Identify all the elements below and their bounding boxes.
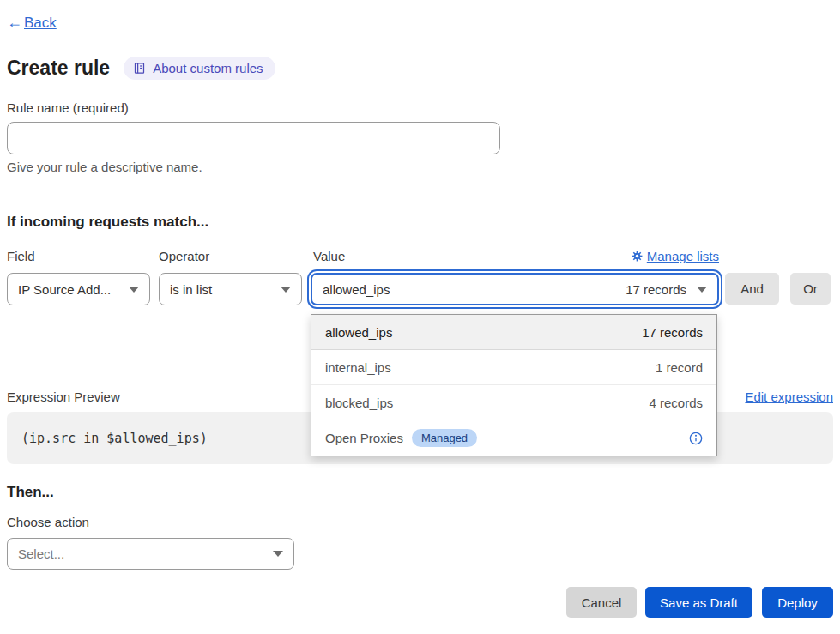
field-select-value: IP Source Add... xyxy=(18,282,111,297)
value-label: Value xyxy=(313,249,345,263)
edit-expression-link[interactable]: Edit expression xyxy=(745,389,833,404)
book-icon xyxy=(133,62,146,75)
dropdown-option-allowed-ips[interactable]: allowed_ips 17 records xyxy=(311,315,716,350)
or-button[interactable]: Or xyxy=(790,273,831,305)
action-select-placeholder: Select... xyxy=(18,546,64,561)
create-rule-page: ← Back Create rule About custom rules Ru… xyxy=(0,0,840,634)
value-select-value: allowed_ips xyxy=(323,282,390,297)
dropdown-option-internal-ips[interactable]: internal_ips 1 record xyxy=(311,350,716,385)
chevron-down-icon xyxy=(697,287,707,293)
deploy-button[interactable]: Deploy xyxy=(762,587,833,618)
title-row: Create rule About custom rules xyxy=(7,57,275,80)
value-select[interactable]: allowed_ips 17 records xyxy=(311,273,719,305)
operator-select-value: is in list xyxy=(170,282,212,297)
about-custom-rules-label: About custom rules xyxy=(153,61,263,75)
value-select-record-count: 17 records xyxy=(625,282,686,297)
option-name: blocked_ips xyxy=(325,395,393,410)
dropdown-option-blocked-ips[interactable]: blocked_ips 4 records xyxy=(311,385,716,420)
chevron-down-icon xyxy=(129,287,139,293)
option-record-count: 4 records xyxy=(649,395,703,410)
operator-select[interactable]: is in list xyxy=(159,273,302,305)
option-name: internal_ips xyxy=(325,360,391,375)
manage-lists-label: Manage lists xyxy=(647,249,719,263)
dropdown-option-open-proxies[interactable]: Open Proxies Managed xyxy=(311,420,716,456)
match-section-heading: If incoming requests match... xyxy=(7,214,208,231)
operator-label: Operator xyxy=(159,249,209,263)
back-arrow-icon: ← xyxy=(7,14,22,32)
save-as-draft-button[interactable]: Save as Draft xyxy=(645,587,752,618)
choose-action-label: Choose action xyxy=(7,515,89,529)
manage-lists-link[interactable]: Manage lists xyxy=(626,249,719,263)
then-section-heading: Then... xyxy=(7,484,54,501)
field-label: Field xyxy=(7,249,35,263)
rule-name-label: Rule name (required) xyxy=(7,100,129,115)
info-icon[interactable] xyxy=(689,432,703,445)
expression-code: (ip.src in $allowed_ips) xyxy=(21,431,208,446)
page-title: Create rule xyxy=(7,57,110,80)
option-record-count: 17 records xyxy=(642,325,703,340)
back-link[interactable]: ← Back xyxy=(7,14,57,32)
back-link-label: Back xyxy=(24,15,57,32)
field-select[interactable]: IP Source Add... xyxy=(7,273,150,305)
rule-name-input[interactable] xyxy=(7,122,500,154)
expression-preview-label: Expression Preview xyxy=(7,389,120,404)
gear-icon xyxy=(632,251,643,262)
and-button[interactable]: And xyxy=(725,273,779,305)
option-name: Open Proxies xyxy=(325,431,403,445)
about-custom-rules-link[interactable]: About custom rules xyxy=(124,57,275,80)
rule-name-helper-text: Give your rule a descriptive name. xyxy=(7,160,202,174)
section-divider xyxy=(7,196,833,196)
chevron-down-icon xyxy=(281,287,291,293)
managed-badge: Managed xyxy=(412,429,477,447)
cancel-button[interactable]: Cancel xyxy=(566,587,637,618)
option-record-count: 1 record xyxy=(656,360,703,375)
value-dropdown-panel: allowed_ips 17 records internal_ips 1 re… xyxy=(311,314,717,456)
action-select[interactable]: Select... xyxy=(7,538,294,570)
option-name: allowed_ips xyxy=(325,325,392,340)
chevron-down-icon xyxy=(273,551,283,557)
